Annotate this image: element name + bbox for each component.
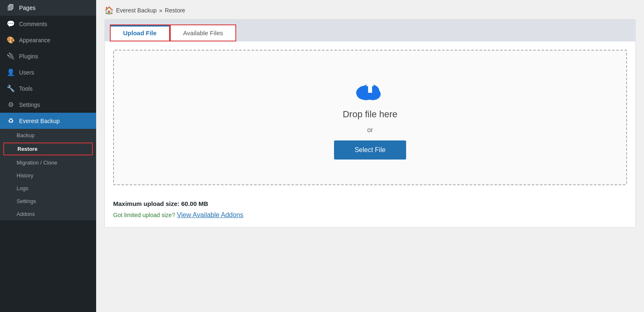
main-content: 🏠 Everest Backup » Restore Upload File A…: [96, 0, 644, 312]
sidebar-item-appearance[interactable]: 🎨 Appearance: [0, 32, 96, 48]
settings-top-icon: ⚙: [7, 101, 15, 109]
max-upload-text: Maximum upload size: 60.00 MB: [113, 200, 627, 207]
content-area: Upload File Available Files Drop file he…: [104, 19, 636, 227]
sidebar-item-settings[interactable]: ⚙ Settings: [0, 97, 96, 113]
sidebar-label-users: Users: [19, 69, 34, 76]
sidebar-label-appearance: Appearance: [19, 37, 51, 44]
pages-icon: 🗐: [7, 4, 15, 12]
cloud-upload-icon: [353, 75, 387, 102]
submenu-label-addons: Addons: [17, 211, 35, 217]
or-text: or: [367, 126, 373, 134]
submenu-item-addons[interactable]: Addons: [0, 208, 96, 220]
submenu-label-backup: Backup: [17, 132, 34, 138]
users-icon: 👤: [7, 68, 15, 76]
submenu-item-migration-clone[interactable]: Migration / Clone: [0, 156, 96, 169]
sidebar-label-everest-backup: Everest Backup: [19, 118, 60, 124]
dropzone[interactable]: Drop file here or Select File: [113, 50, 627, 185]
dropzone-wrapper: Drop file here or Select File: [105, 41, 635, 193]
sidebar-item-users[interactable]: 👤 Users: [0, 64, 96, 80]
breadcrumb-separator: »: [159, 7, 162, 14]
breadcrumb-current: Restore: [165, 7, 185, 14]
info-section: Maximum upload size: 60.00 MB Got limite…: [105, 193, 635, 227]
comments-icon: 💬: [7, 20, 15, 28]
plugins-icon: 🔌: [7, 52, 15, 60]
submenu-label-history: History: [17, 172, 33, 179]
appearance-icon: 🎨: [7, 36, 15, 44]
tab-available-files[interactable]: Available Files: [170, 24, 236, 41]
submenu-label-restore: Restore: [17, 146, 37, 152]
sidebar-item-comments[interactable]: 💬 Comments: [0, 16, 96, 32]
sidebar: 🗐 Pages 💬 Comments 🎨 Appearance 🔌 Plugin…: [0, 0, 96, 312]
submenu-item-backup[interactable]: Backup: [0, 129, 96, 142]
submenu-label-logs: Logs: [17, 185, 28, 191]
sidebar-label-tools: Tools: [19, 85, 33, 92]
breadcrumb: 🏠 Everest Backup » Restore: [96, 0, 644, 19]
drop-text: Drop file here: [343, 109, 397, 120]
everest-backup-submenu: Backup Restore Migration / Clone History…: [0, 129, 96, 220]
sidebar-label-comments: Comments: [19, 21, 47, 27]
everest-backup-icon: ♻: [7, 117, 15, 125]
sidebar-item-plugins[interactable]: 🔌 Plugins: [0, 48, 96, 64]
sidebar-label-pages: Pages: [19, 5, 36, 11]
submenu-item-settings-sub[interactable]: Settings: [0, 195, 96, 208]
tab-available-files-label: Available Files: [183, 29, 223, 36]
tab-upload-file-label: Upload File: [123, 29, 157, 36]
sidebar-label-settings: Settings: [19, 102, 40, 108]
home-icon: 🏠: [104, 6, 114, 15]
submenu-label-migration-clone: Migration / Clone: [17, 160, 57, 166]
sidebar-item-tools[interactable]: 🔧 Tools: [0, 80, 96, 97]
sidebar-label-plugins: Plugins: [19, 53, 38, 60]
addon-info: Got limited upload size? View Available …: [113, 211, 627, 219]
sidebar-item-everest-backup[interactable]: ♻ Everest Backup: [0, 113, 96, 129]
view-available-addons-link[interactable]: View Available Addons: [177, 211, 243, 218]
select-file-button[interactable]: Select File: [334, 140, 407, 160]
tools-icon: 🔧: [7, 85, 15, 92]
addon-text: Got limited upload size?: [113, 212, 175, 218]
sidebar-item-pages[interactable]: 🗐 Pages: [0, 0, 96, 16]
tabs-bar: Upload File Available Files: [105, 19, 635, 41]
submenu-item-history[interactable]: History: [0, 169, 96, 182]
submenu-item-restore[interactable]: Restore: [3, 143, 93, 155]
breadcrumb-parent: Everest Backup: [116, 7, 157, 14]
submenu-label-settings-sub: Settings: [17, 198, 36, 204]
tab-upload-file[interactable]: Upload File: [110, 24, 170, 41]
submenu-item-logs[interactable]: Logs: [0, 182, 96, 195]
